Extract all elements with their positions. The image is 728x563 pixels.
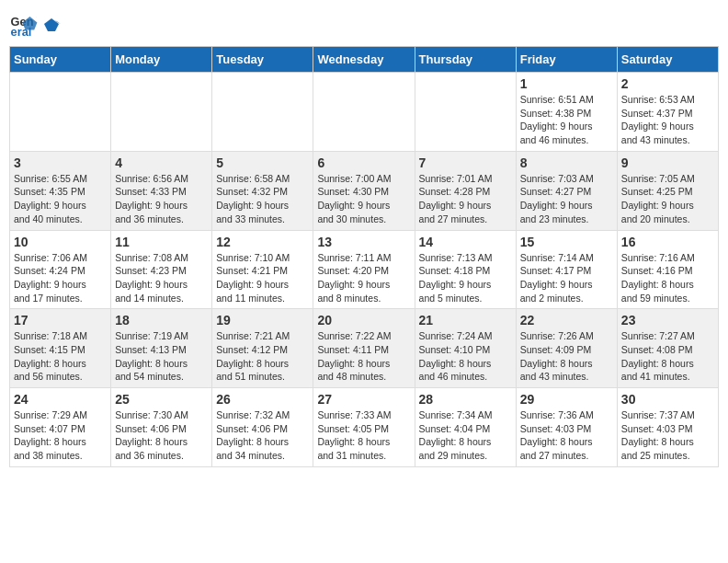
header-friday: Friday <box>516 47 617 73</box>
day-cell <box>415 73 516 152</box>
logo-bird <box>42 17 61 35</box>
day-info: Sunrise: 7:32 AM Sunset: 4:06 PM Dayligh… <box>216 408 309 463</box>
day-info: Sunrise: 7:13 AM Sunset: 4:18 PM Dayligh… <box>419 251 512 305</box>
day-cell: 3Sunrise: 6:55 AM Sunset: 4:35 PM Daylig… <box>10 151 111 230</box>
day-number: 30 <box>621 392 714 407</box>
day-cell: 21Sunrise: 7:24 AM Sunset: 4:10 PM Dayli… <box>415 309 516 388</box>
day-cell: 28Sunrise: 7:34 AM Sunset: 4:04 PM Dayli… <box>415 388 516 467</box>
header-tuesday: Tuesday <box>212 47 313 73</box>
day-cell: 24Sunrise: 7:29 AM Sunset: 4:07 PM Dayli… <box>10 388 111 467</box>
day-number: 29 <box>520 392 613 407</box>
day-info: Sunrise: 7:37 AM Sunset: 4:03 PM Dayligh… <box>621 408 714 463</box>
day-number: 18 <box>115 313 208 327</box>
day-info: Sunrise: 7:19 AM Sunset: 4:13 PM Dayligh… <box>115 329 208 384</box>
day-info: Sunrise: 7:21 AM Sunset: 4:12 PM Dayligh… <box>216 329 309 384</box>
day-number: 19 <box>216 313 309 327</box>
day-number: 12 <box>216 235 309 249</box>
day-info: Sunrise: 7:22 AM Sunset: 4:11 PM Dayligh… <box>317 329 410 384</box>
day-cell: 22Sunrise: 7:26 AM Sunset: 4:09 PM Dayli… <box>516 309 617 388</box>
day-cell: 12Sunrise: 7:10 AM Sunset: 4:21 PM Dayli… <box>212 230 313 309</box>
day-info: Sunrise: 7:00 AM Sunset: 4:30 PM Dayligh… <box>317 172 410 226</box>
day-cell: 8Sunrise: 7:03 AM Sunset: 4:27 PM Daylig… <box>516 151 617 230</box>
day-info: Sunrise: 6:58 AM Sunset: 4:32 PM Dayligh… <box>216 172 309 226</box>
day-number: 20 <box>317 313 410 327</box>
day-number: 6 <box>317 155 410 170</box>
day-info: Sunrise: 7:10 AM Sunset: 4:21 PM Dayligh… <box>216 251 309 305</box>
day-number: 27 <box>317 392 410 407</box>
day-cell: 29Sunrise: 7:36 AM Sunset: 4:03 PM Dayli… <box>516 388 617 467</box>
day-info: Sunrise: 7:34 AM Sunset: 4:04 PM Dayligh… <box>419 408 512 463</box>
day-number: 24 <box>14 392 107 407</box>
day-number: 11 <box>115 235 208 249</box>
day-info: Sunrise: 7:29 AM Sunset: 4:07 PM Dayligh… <box>14 408 107 463</box>
day-cell: 27Sunrise: 7:33 AM Sunset: 4:05 PM Dayli… <box>313 388 415 467</box>
day-cell: 1Sunrise: 6:51 AM Sunset: 4:38 PM Daylig… <box>516 73 617 152</box>
day-cell: 5Sunrise: 6:58 AM Sunset: 4:32 PM Daylig… <box>212 151 313 230</box>
day-cell <box>10 73 111 152</box>
logo: Gen eral <box>9 9 61 39</box>
day-info: Sunrise: 7:24 AM Sunset: 4:10 PM Dayligh… <box>419 329 512 384</box>
day-cell: 9Sunrise: 7:05 AM Sunset: 4:25 PM Daylig… <box>617 151 718 230</box>
day-number: 21 <box>419 313 512 327</box>
day-cell: 6Sunrise: 7:00 AM Sunset: 4:30 PM Daylig… <box>313 151 415 230</box>
day-info: Sunrise: 6:56 AM Sunset: 4:33 PM Dayligh… <box>115 172 208 226</box>
day-number: 9 <box>621 155 714 170</box>
day-info: Sunrise: 7:18 AM Sunset: 4:15 PM Dayligh… <box>14 329 107 384</box>
day-number: 16 <box>621 235 714 249</box>
header-monday: Monday <box>111 47 212 73</box>
day-number: 3 <box>14 155 107 170</box>
day-cell: 11Sunrise: 7:08 AM Sunset: 4:23 PM Dayli… <box>111 230 212 309</box>
day-number: 1 <box>520 76 613 91</box>
day-info: Sunrise: 7:14 AM Sunset: 4:17 PM Dayligh… <box>520 251 613 305</box>
day-info: Sunrise: 7:36 AM Sunset: 4:03 PM Dayligh… <box>520 408 613 463</box>
week-row-3: 10Sunrise: 7:06 AM Sunset: 4:24 PM Dayli… <box>10 230 719 309</box>
day-info: Sunrise: 6:55 AM Sunset: 4:35 PM Dayligh… <box>14 172 107 226</box>
header-row: SundayMondayTuesdayWednesdayThursdayFrid… <box>10 47 719 73</box>
week-row-2: 3Sunrise: 6:55 AM Sunset: 4:35 PM Daylig… <box>10 151 719 230</box>
day-cell: 19Sunrise: 7:21 AM Sunset: 4:12 PM Dayli… <box>212 309 313 388</box>
day-number: 28 <box>419 392 512 407</box>
day-cell: 23Sunrise: 7:27 AM Sunset: 4:08 PM Dayli… <box>617 309 718 388</box>
day-cell <box>111 73 212 152</box>
day-info: Sunrise: 7:08 AM Sunset: 4:23 PM Dayligh… <box>115 251 208 305</box>
header-wednesday: Wednesday <box>313 47 415 73</box>
header-thursday: Thursday <box>415 47 516 73</box>
day-cell: 30Sunrise: 7:37 AM Sunset: 4:03 PM Dayli… <box>617 388 718 467</box>
day-cell: 10Sunrise: 7:06 AM Sunset: 4:24 PM Dayli… <box>10 230 111 309</box>
week-row-4: 17Sunrise: 7:18 AM Sunset: 4:15 PM Dayli… <box>10 309 719 388</box>
header-saturday: Saturday <box>617 47 718 73</box>
day-number: 17 <box>14 313 107 327</box>
day-cell: 17Sunrise: 7:18 AM Sunset: 4:15 PM Dayli… <box>10 309 111 388</box>
day-number: 23 <box>621 313 714 327</box>
day-cell: 4Sunrise: 6:56 AM Sunset: 4:33 PM Daylig… <box>111 151 212 230</box>
day-number: 4 <box>115 155 208 170</box>
day-cell: 25Sunrise: 7:30 AM Sunset: 4:06 PM Dayli… <box>111 388 212 467</box>
day-number: 15 <box>520 235 613 249</box>
day-number: 2 <box>621 76 714 91</box>
day-number: 5 <box>216 155 309 170</box>
svg-marker-3 <box>33 14 39 19</box>
day-info: Sunrise: 7:06 AM Sunset: 4:24 PM Dayligh… <box>14 251 107 305</box>
day-cell: 26Sunrise: 7:32 AM Sunset: 4:06 PM Dayli… <box>212 388 313 467</box>
svg-marker-4 <box>44 18 59 31</box>
day-info: Sunrise: 7:03 AM Sunset: 4:27 PM Dayligh… <box>520 172 613 226</box>
week-row-5: 24Sunrise: 7:29 AM Sunset: 4:07 PM Dayli… <box>10 388 719 467</box>
day-info: Sunrise: 7:11 AM Sunset: 4:20 PM Dayligh… <box>317 251 410 305</box>
day-cell: 16Sunrise: 7:16 AM Sunset: 4:16 PM Dayli… <box>617 230 718 309</box>
day-number: 7 <box>419 155 512 170</box>
day-info: Sunrise: 7:26 AM Sunset: 4:09 PM Dayligh… <box>520 329 613 384</box>
day-cell: 18Sunrise: 7:19 AM Sunset: 4:13 PM Dayli… <box>111 309 212 388</box>
header-sunday: Sunday <box>10 47 111 73</box>
day-info: Sunrise: 7:33 AM Sunset: 4:05 PM Dayligh… <box>317 408 410 463</box>
day-info: Sunrise: 7:16 AM Sunset: 4:16 PM Dayligh… <box>621 251 714 305</box>
day-info: Sunrise: 7:05 AM Sunset: 4:25 PM Dayligh… <box>621 172 714 226</box>
day-cell: 20Sunrise: 7:22 AM Sunset: 4:11 PM Dayli… <box>313 309 415 388</box>
day-cell: 14Sunrise: 7:13 AM Sunset: 4:18 PM Dayli… <box>415 230 516 309</box>
day-info: Sunrise: 6:53 AM Sunset: 4:37 PM Dayligh… <box>621 93 714 147</box>
day-number: 25 <box>115 392 208 407</box>
day-cell: 13Sunrise: 7:11 AM Sunset: 4:20 PM Dayli… <box>313 230 415 309</box>
week-row-1: 1Sunrise: 6:51 AM Sunset: 4:38 PM Daylig… <box>10 73 719 152</box>
header: Gen eral <box>9 9 719 39</box>
logo-icon: Gen eral <box>9 9 39 39</box>
day-cell <box>313 73 415 152</box>
